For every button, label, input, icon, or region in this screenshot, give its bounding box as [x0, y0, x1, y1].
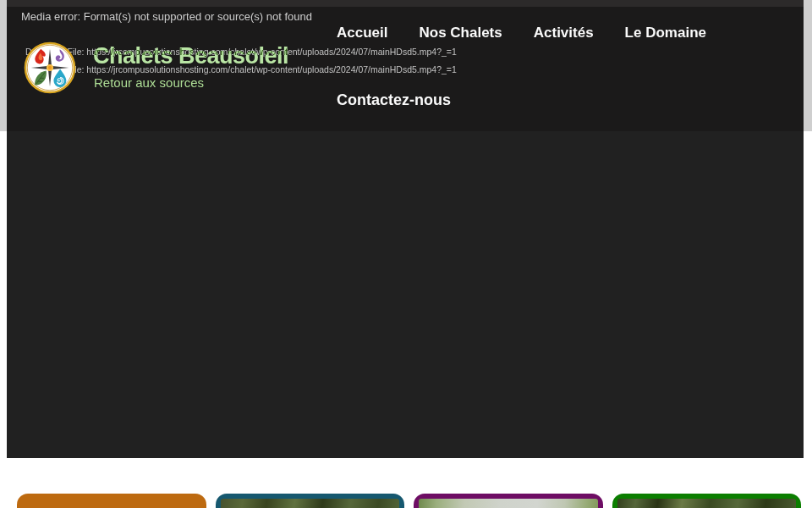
chalet-card-purple[interactable] [414, 494, 603, 508]
chalet-card-image [419, 499, 598, 508]
chalet-card-green[interactable] [612, 494, 802, 508]
main-nav-secondary: Contactez-nous [337, 91, 451, 109]
site-tagline[interactable]: Retour aux sources [94, 75, 204, 90]
nav-item-contactez-nous[interactable]: Contactez-nous [337, 91, 451, 109]
nav-item-nos-chalets[interactable]: Nos Chalets [419, 25, 502, 41]
hero-video-player[interactable] [7, 131, 804, 458]
main-nav: Accueil Nos Chalets Activités Le Domaine [337, 25, 706, 41]
site-logo[interactable] [24, 41, 76, 94]
header-section: Media error: Format(s) not supported or … [0, 0, 812, 131]
nav-item-le-domaine[interactable]: Le Domaine [625, 25, 706, 41]
chalet-card-teal[interactable] [216, 494, 405, 508]
chalet-card-image [617, 499, 797, 508]
media-error-message: Media error: Format(s) not supported or … [21, 10, 312, 23]
chalet-card-image [22, 499, 201, 508]
hero-video-section [0, 131, 812, 458]
site-title[interactable]: Chalets Beausoleil [93, 43, 288, 69]
nav-item-activites[interactable]: Activités [534, 25, 594, 41]
nav-item-accueil[interactable]: Accueil [337, 25, 387, 41]
chalet-cards-row [0, 494, 812, 508]
chalet-card-orange[interactable] [17, 494, 206, 508]
header-top-strip [7, 0, 804, 7]
four-elements-icon [24, 41, 76, 94]
site-header: Media error: Format(s) not supported or … [7, 0, 804, 131]
chalet-card-image [221, 499, 400, 508]
